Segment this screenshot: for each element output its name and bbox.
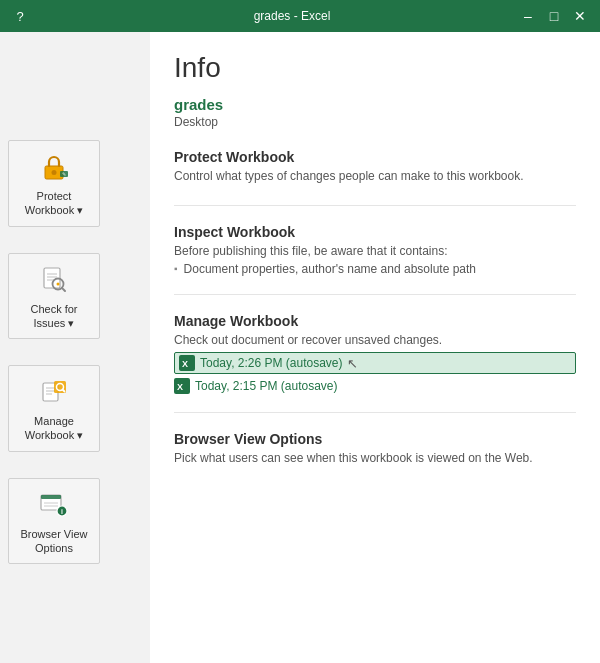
inspect-title: Inspect Workbook bbox=[174, 224, 576, 240]
protect-title: Protect Workbook bbox=[174, 149, 576, 165]
browser-icon: i bbox=[36, 487, 72, 523]
manage-workbook-label: ManageWorkbook ▾ bbox=[25, 414, 83, 443]
svg-rect-1 bbox=[52, 170, 57, 175]
manage-section: Manage Workbook Check out document or re… bbox=[174, 313, 576, 413]
manage-icon bbox=[36, 374, 72, 410]
manage-desc: Check out document or recover unsaved ch… bbox=[174, 333, 576, 347]
excel-icon-1: X bbox=[179, 355, 195, 371]
title-bar: ? grades - Excel – □ ✕ bbox=[0, 0, 600, 32]
svg-text:X: X bbox=[177, 382, 183, 392]
inspect-detail: Document properties, author's name and a… bbox=[174, 262, 576, 276]
svg-text:✎: ✎ bbox=[62, 171, 66, 177]
autosave-label-1: Today, 2:26 PM (autosave) bbox=[200, 356, 343, 370]
cursor-icon: ↖ bbox=[347, 356, 358, 371]
svg-line-9 bbox=[62, 287, 65, 290]
help-button[interactable]: ? bbox=[8, 4, 32, 28]
maximize-button[interactable]: □ bbox=[542, 4, 566, 28]
autosave-entry-1[interactable]: X Today, 2:26 PM (autosave) ↖ bbox=[174, 352, 576, 374]
manage-workbook-button[interactable]: ManageWorkbook ▾ bbox=[8, 365, 100, 452]
sidebar: ✎ ProtectWorkbook ▾ Check forIssues ▾ bbox=[0, 32, 150, 663]
protect-workbook-button[interactable]: ✎ ProtectWorkbook ▾ bbox=[8, 140, 100, 227]
inspect-desc: Before publishing this file, be aware th… bbox=[174, 244, 576, 258]
file-name: grades bbox=[174, 96, 576, 113]
inspect-icon bbox=[36, 262, 72, 298]
svg-point-10 bbox=[57, 282, 60, 285]
check-issues-button[interactable]: Check forIssues ▾ bbox=[8, 253, 100, 340]
autosave-entry-2[interactable]: X Today, 2:15 PM (autosave) bbox=[174, 378, 576, 394]
svg-text:i: i bbox=[61, 508, 63, 515]
main-content: ✎ ProtectWorkbook ▾ Check forIssues ▾ bbox=[0, 32, 600, 663]
browser-view-button[interactable]: i Browser ViewOptions bbox=[8, 478, 100, 565]
browser-title: Browser View Options bbox=[174, 431, 576, 447]
minimize-button[interactable]: – bbox=[516, 4, 540, 28]
file-location: Desktop bbox=[174, 115, 576, 129]
window-controls: – □ ✕ bbox=[516, 4, 592, 28]
window-title: grades - Excel bbox=[68, 9, 516, 23]
content-area: Info grades Desktop Protect Workbook Con… bbox=[150, 32, 600, 663]
close-button[interactable]: ✕ bbox=[568, 4, 592, 28]
check-issues-label: Check forIssues ▾ bbox=[30, 302, 77, 331]
autosave-label-2: Today, 2:15 PM (autosave) bbox=[195, 379, 338, 393]
svg-text:X: X bbox=[182, 359, 188, 369]
svg-rect-19 bbox=[41, 495, 61, 499]
browser-view-label: Browser ViewOptions bbox=[20, 527, 87, 556]
protect-workbook-label: ProtectWorkbook ▾ bbox=[25, 189, 83, 218]
lock-icon: ✎ bbox=[36, 149, 72, 185]
browser-desc: Pick what users can see when this workbo… bbox=[174, 451, 576, 465]
manage-title: Manage Workbook bbox=[174, 313, 576, 329]
page-title: Info bbox=[174, 52, 576, 84]
protect-desc: Control what types of changes people can… bbox=[174, 169, 576, 183]
excel-icon-2: X bbox=[174, 378, 190, 394]
browser-section: Browser View Options Pick what users can… bbox=[174, 431, 576, 487]
inspect-section: Inspect Workbook Before publishing this … bbox=[174, 224, 576, 295]
protect-section: Protect Workbook Control what types of c… bbox=[174, 149, 576, 206]
